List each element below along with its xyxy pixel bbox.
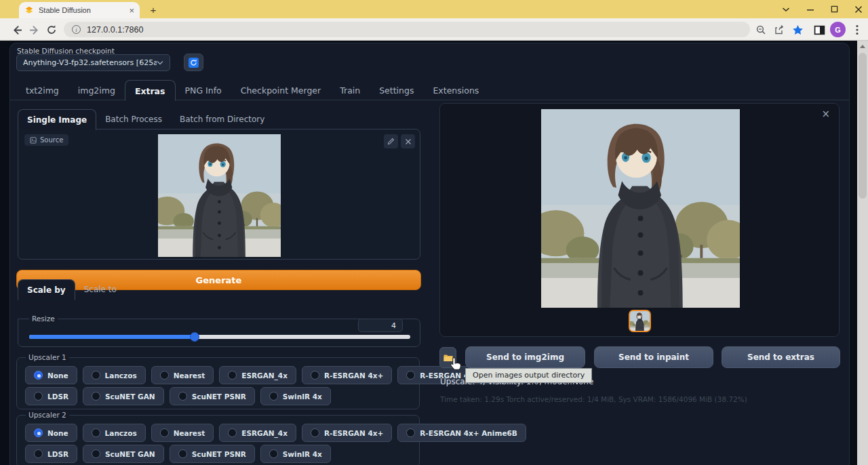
tab-extensions[interactable]: Extensions bbox=[423, 80, 488, 100]
page-info-icon[interactable]: i bbox=[72, 25, 81, 34]
radio-icon bbox=[160, 371, 169, 380]
resize-slider[interactable] bbox=[29, 335, 410, 339]
tab-extras[interactable]: Extras bbox=[125, 80, 176, 101]
checkpoint-value: Anything-V3-fp32.safetensors [625a2ba2] bbox=[23, 58, 157, 67]
share-icon[interactable] bbox=[772, 23, 786, 37]
tab-img2img[interactable]: img2img bbox=[68, 80, 125, 100]
refresh-icon bbox=[189, 58, 199, 68]
upscaler2-option-none[interactable]: None bbox=[25, 424, 77, 442]
radio-icon bbox=[92, 449, 100, 458]
reload-icon[interactable] bbox=[45, 23, 58, 37]
upscaler1-option-scunet-gan[interactable]: ScuNET GAN bbox=[83, 387, 164, 405]
tab-close-icon[interactable]: × bbox=[129, 6, 134, 15]
url-text: 127.0.0.1:7860 bbox=[87, 25, 143, 35]
tooltip: Open images output directory bbox=[465, 368, 592, 383]
performance-info-text: Time taken: 1.29s Torch active/reserved:… bbox=[440, 395, 747, 403]
upscaler1-label: Upscaler 1 bbox=[26, 353, 69, 361]
upscaler1-option-r-esrgan-4x[interactable]: R-ESRGAN 4x+ bbox=[302, 366, 392, 384]
upscaler2-option-r-esrgan-4x[interactable]: R-ESRGAN 4x+ bbox=[302, 424, 392, 442]
window-close-icon[interactable] bbox=[854, 5, 863, 14]
browser-avatar[interactable]: G bbox=[830, 22, 846, 37]
output-thumbnail[interactable] bbox=[629, 310, 651, 332]
gallery-close-icon[interactable]: × bbox=[821, 109, 830, 119]
chevron-down-icon bbox=[157, 60, 163, 65]
subtab-batch-process[interactable]: Batch Process bbox=[96, 109, 171, 129]
upscaler2-label: Upscaler 2 bbox=[26, 411, 69, 419]
zoom-search-icon[interactable] bbox=[754, 23, 768, 37]
upscaler2-option-scunet-psnr[interactable]: ScuNET PSNR bbox=[170, 445, 255, 463]
source-image-dropzone[interactable]: Source bbox=[18, 129, 420, 260]
window-minimize-icon[interactable] bbox=[806, 5, 814, 14]
upscaler1-option-ldsr[interactable]: LDSR bbox=[25, 387, 77, 405]
scaletab-scale-to[interactable]: Scale to bbox=[75, 279, 125, 300]
tab-train[interactable]: Train bbox=[330, 80, 370, 100]
radio-icon bbox=[311, 371, 319, 380]
source-image[interactable] bbox=[158, 134, 281, 257]
radio-icon bbox=[269, 449, 278, 458]
window-menu-chevron-icon[interactable] bbox=[782, 7, 790, 12]
radio-icon bbox=[406, 371, 415, 380]
extras-sub-tabs: Single Image Batch Process Batch from Di… bbox=[18, 109, 273, 129]
radio-icon bbox=[311, 428, 319, 437]
radio-icon bbox=[228, 371, 237, 380]
upscaler2-option-r-esrgan-4x-anime6b[interactable]: R-ESRGAN 4x+ Anime6B bbox=[397, 424, 526, 442]
upscaler1-option-lanczos[interactable]: Lanczos bbox=[83, 366, 146, 384]
radio-icon bbox=[178, 392, 187, 401]
subtab-batch-from-directory[interactable]: Batch from Directory bbox=[171, 109, 273, 129]
upscaler2-option-lanczos[interactable]: Lanczos bbox=[83, 424, 146, 442]
resize-label: Resize bbox=[29, 315, 58, 323]
sidebar-toggle-icon[interactable] bbox=[812, 23, 826, 37]
checkpoint-dropdown[interactable]: Anything-V3-fp32.safetensors [625a2ba2] bbox=[16, 54, 170, 71]
upscaler2-option-scunet-gan[interactable]: ScuNET GAN bbox=[83, 445, 164, 463]
resize-slider-fill bbox=[29, 335, 195, 339]
upscaler1-option-none[interactable]: None bbox=[25, 366, 77, 384]
tab-txt2img[interactable]: txt2img bbox=[16, 80, 68, 100]
main-tabs: txt2img img2img Extras PNG Info Checkpoi… bbox=[16, 80, 488, 100]
upscaler1-option-scunet-psnr[interactable]: ScuNET PSNR bbox=[170, 387, 255, 405]
edit-image-button[interactable] bbox=[384, 134, 398, 148]
send-to-img2img-button[interactable]: Send to img2img bbox=[465, 346, 585, 368]
subtab-single-image[interactable]: Single Image bbox=[18, 109, 96, 130]
output-gallery: × bbox=[439, 103, 840, 337]
forward-icon[interactable] bbox=[28, 23, 41, 37]
tab-title: Stable Diffusion bbox=[39, 6, 124, 14]
resize-slider-handle[interactable] bbox=[190, 332, 199, 342]
upscaler1-option-esrgan-4x[interactable]: ESRGAN_4x bbox=[219, 366, 296, 384]
browser-menu-icon[interactable] bbox=[850, 23, 864, 37]
browser-titlebar: Stable Diffusion × + bbox=[0, 0, 868, 18]
tab-settings[interactable]: Settings bbox=[370, 80, 423, 100]
scrollbar-thumb[interactable] bbox=[859, 53, 867, 199]
url-bar[interactable]: i 127.0.0.1:7860 bbox=[64, 22, 750, 37]
scaletab-scale-by[interactable]: Scale by bbox=[18, 279, 75, 300]
favicon-icon bbox=[24, 5, 34, 15]
resize-value-input[interactable]: 4 bbox=[358, 319, 403, 332]
clear-image-button[interactable] bbox=[401, 134, 415, 148]
tab-png-info[interactable]: PNG Info bbox=[176, 80, 231, 100]
generate-label: Generate bbox=[196, 275, 242, 285]
refresh-checkpoints-button[interactable] bbox=[184, 54, 203, 71]
upscaler1-option-nearest[interactable]: Nearest bbox=[151, 366, 214, 384]
upscaler2-option-ldsr[interactable]: LDSR bbox=[25, 445, 77, 463]
output-image[interactable] bbox=[541, 109, 740, 308]
send-to-inpaint-button[interactable]: Send to inpaint bbox=[594, 346, 713, 368]
scrollbar-up-icon[interactable] bbox=[857, 41, 868, 52]
radio-icon bbox=[160, 428, 169, 437]
browser-toolbar: i 127.0.0.1:7860 G bbox=[0, 18, 868, 41]
window-maximize-icon[interactable] bbox=[831, 5, 838, 13]
image-icon bbox=[30, 137, 37, 144]
send-to-extras-button[interactable]: Send to extras bbox=[722, 346, 840, 368]
upscaler2-option-esrgan-4x[interactable]: ESRGAN_4x bbox=[219, 424, 296, 442]
back-icon[interactable] bbox=[9, 23, 23, 37]
mouse-cursor bbox=[450, 357, 462, 374]
browser-tab[interactable]: Stable Diffusion × bbox=[19, 2, 140, 18]
tab-checkpoint-merger[interactable]: Checkpoint Merger bbox=[231, 80, 330, 100]
bookmark-star-icon[interactable] bbox=[791, 23, 804, 37]
page-scrollbar[interactable] bbox=[857, 41, 868, 465]
radio-icon bbox=[92, 428, 100, 437]
radio-icon bbox=[34, 392, 43, 401]
upscaler2-option-nearest[interactable]: Nearest bbox=[151, 424, 214, 442]
new-tab-button[interactable]: + bbox=[146, 3, 160, 16]
radio-icon bbox=[34, 371, 43, 380]
upscaler1-option-swinir-4x[interactable]: SwinIR 4x bbox=[260, 387, 331, 405]
upscaler2-option-swinir-4x[interactable]: SwinIR 4x bbox=[260, 445, 331, 463]
